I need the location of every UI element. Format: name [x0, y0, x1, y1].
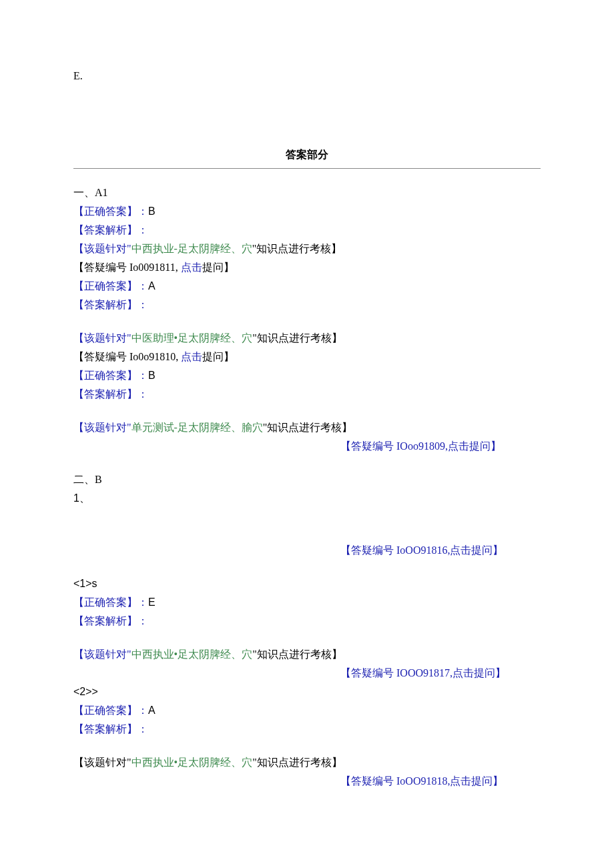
dy-link[interactable]: 【答疑编号 IoOO91816,点击提问】 — [340, 541, 503, 560]
doubt-ref-right: 【答疑编号 IOoo91809,点击提问】 — [73, 437, 541, 456]
sub-question-number: <1>s — [73, 574, 541, 593]
topic-note: 【该题针对"单元测试-足太阴脾经、腧穴"知识点进行考核】 — [73, 418, 541, 437]
sub-question-number: <2>> — [73, 683, 541, 701]
group-number: 1、 — [73, 489, 541, 508]
analysis-label: 【答案解析】： — [73, 296, 541, 314]
answer-block: 【正确答案】：B — [73, 202, 541, 221]
dy-link[interactable]: 点击 — [181, 262, 202, 273]
doubt-ref: 【答疑编号 Io0o91810, 点击提问】 — [73, 348, 541, 366]
section-a1-header: 一、A1 — [73, 183, 541, 202]
document-page: E. 答案部分 一、A1 【正确答案】：B 【答案解析】： 【该题针对"中西执业… — [0, 0, 614, 831]
dy-link[interactable]: 【答疑编号 IOoo91809,点击提问】 — [340, 437, 501, 456]
note-topic: 中西执业•足太阴脾经、穴 — [131, 757, 253, 768]
analysis-label: 【答案解析】： — [73, 612, 541, 630]
correct-answer-label: 【正确答案】： — [73, 370, 148, 381]
answer-section-title-wrap: 答案部分 — [73, 145, 541, 164]
note-topic: 单元测试-足太阴脾经、腧穴 — [131, 422, 263, 433]
note-topic: 中西执业•足太阴脾经、穴 — [131, 648, 253, 660]
correct-answer-label: 【正确答案】： — [73, 596, 148, 608]
topic-note: 【该题针对"中西执业•足太阴脾经、穴"知识点进行考核】 — [73, 645, 541, 664]
option-e-label: E. — [73, 67, 541, 85]
correct-answer-value: B — [148, 205, 156, 217]
note-pre: 【该题针对" — [73, 332, 131, 344]
doubt-ref: 【答疑编号 Io0091811, 点击提问】 — [73, 258, 541, 277]
note-topic: 中医助理•足太阴脾经、穴 — [131, 332, 253, 344]
correct-answer-value: A — [148, 705, 156, 716]
analysis-label: 【答案解析】： — [73, 221, 541, 240]
doubt-ref-right: 【答疑编号 IOOO91817,点击提问】 — [73, 664, 541, 683]
analysis-label: 【答案解析】： — [73, 720, 541, 739]
dy-link[interactable]: 【答疑编号 IOOO91817,点击提问】 — [340, 664, 514, 683]
divider — [73, 168, 541, 169]
analysis-label: 【答案解析】： — [73, 385, 541, 404]
note-pre: 【该题针对" — [73, 648, 131, 660]
note-post: "知识点进行考核】 — [252, 757, 342, 768]
note-pre: 【该题针对" — [73, 757, 131, 768]
correct-answer-label: 【正确答案】： — [73, 705, 148, 716]
correct-answer-label: 【正确答案】： — [73, 280, 148, 292]
doubt-ref-right: 【答疑编号 IoOO91816,点击提问】 — [73, 541, 541, 560]
doubt-ref-right: 【答疑编号 IoOO91818,点击提问】 — [73, 772, 541, 791]
note-post: "知识点进行考核】 — [263, 422, 353, 433]
dy-pre: 【答疑编号 Io0o91810, — [73, 351, 181, 362]
note-topic: 中西执业-足太阴脾经、穴 — [131, 243, 252, 254]
dy-post: 提问】 — [202, 351, 234, 362]
answer-block: 【正确答案】：A — [73, 701, 541, 720]
answer-block: 【正确答案】：B — [73, 366, 541, 385]
note-post: "知识点进行考核】 — [252, 648, 342, 660]
correct-answer-label: 【正确答案】： — [73, 205, 148, 217]
note-post: "知识点进行考核】 — [252, 243, 342, 254]
answer-block: 【正确答案】：A — [73, 277, 541, 296]
section-b-header: 二、B — [73, 470, 541, 489]
dy-link[interactable]: 点击 — [181, 351, 202, 362]
note-post: "知识点进行考核】 — [252, 332, 342, 344]
dy-post: 提问】 — [202, 262, 234, 273]
correct-answer-value: E — [148, 596, 156, 608]
topic-note: 【该题针对"中医助理•足太阴脾经、穴"知识点进行考核】 — [73, 329, 541, 348]
correct-answer-value: A — [148, 280, 156, 292]
answer-block: 【正确答案】：E — [73, 593, 541, 612]
dy-pre: 【答疑编号 Io0091811, — [73, 262, 181, 273]
note-pre: 【该题针对" — [73, 422, 131, 433]
topic-note: 【该题针对"中西执业•足太阴脾经、穴"知识点进行考核】 — [73, 753, 541, 772]
note-pre: 【该题针对" — [73, 243, 131, 254]
dy-link[interactable]: 【答疑编号 IoOO91818,点击提问】 — [340, 772, 503, 791]
answer-section-title: 答案部分 — [286, 145, 328, 164]
topic-note: 【该题针对"中西执业-足太阴脾经、穴"知识点进行考核】 — [73, 240, 541, 258]
correct-answer-value: B — [148, 370, 156, 381]
